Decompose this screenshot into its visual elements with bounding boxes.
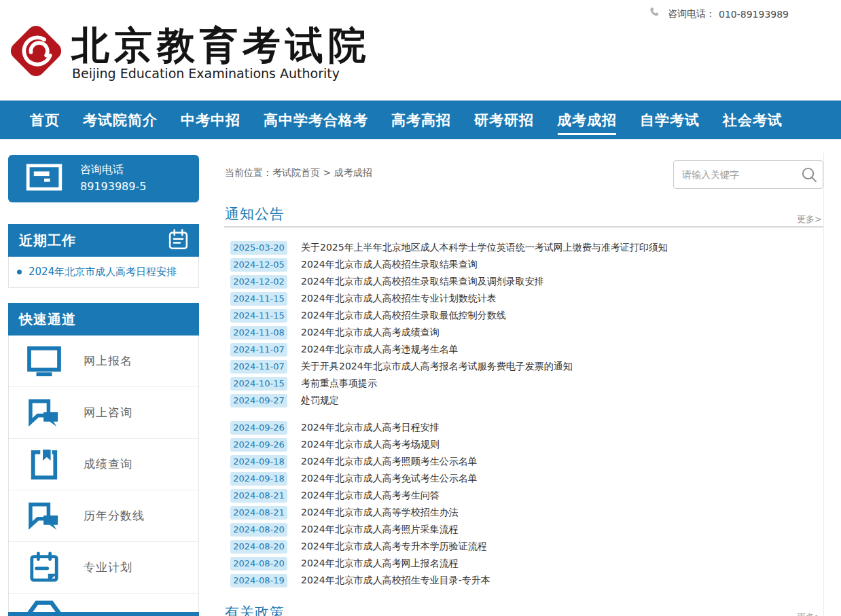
policies-section-title: 有关政策 bbox=[225, 603, 285, 616]
recent-work-item[interactable]: 2024年北京市成人高考日程安排 bbox=[9, 257, 198, 287]
notice-title-link[interactable]: 2024年北京市成人高考网上报名流程 bbox=[301, 558, 459, 570]
chat-icon bbox=[25, 399, 63, 427]
page: 北京教育考试院 Beijing Education Examinations A… bbox=[0, 0, 841, 616]
nav-item[interactable]: 高考高招 bbox=[391, 101, 451, 139]
notice-title-link[interactable]: 处罚规定 bbox=[301, 395, 339, 407]
notice-row: 2024-11-15 2024年北京市成人高校招生专业计划数统计表 bbox=[230, 290, 823, 307]
notice-row: 2024-08-20 2024年北京市成人高考网上报名流程 bbox=[230, 555, 823, 572]
notice-title-link[interactable]: 2024年北京市成人高校招生录取结果查询 bbox=[301, 259, 478, 271]
nav-item-label: 考试院简介 bbox=[83, 111, 158, 130]
notice-date-badge: 2024-08-20 bbox=[230, 523, 287, 537]
bullet-dot-icon bbox=[17, 270, 22, 274]
nav-item[interactable]: 社会考试 bbox=[723, 101, 783, 139]
nav-item[interactable]: 首页 bbox=[30, 101, 60, 139]
notice-title-link[interactable]: 考前重点事项提示 bbox=[301, 378, 377, 390]
notice-title-link[interactable]: 2024年北京市成人高考日程安排 bbox=[301, 422, 440, 434]
notice-row: 2024-12-05 2024年北京市成人高校招生录取结果查询 bbox=[230, 256, 823, 273]
quick-link-item[interactable]: 网上咨询 bbox=[9, 387, 198, 439]
notice-title-link[interactable]: 2024年北京市成人高校招生专业计划数统计表 bbox=[301, 293, 497, 305]
nav-item[interactable]: 中考中招 bbox=[181, 101, 240, 139]
notice-row: 2024-09-18 2024年北京市成人高考免试考生公示名单 bbox=[230, 470, 823, 487]
notice-title-link[interactable]: 关于开具2024年北京市成人高考报名考试服务费电子发票的通知 bbox=[301, 361, 573, 373]
policies-more-link[interactable]: 更多> bbox=[797, 611, 822, 616]
notice-title-link[interactable]: 2024年北京市成人高考考场规则 bbox=[301, 439, 440, 451]
notice-title-link[interactable]: 2024年北京市成人高等学校招生办法 bbox=[301, 507, 459, 519]
notice-title-link[interactable]: 2024年北京市成人高考考生问答 bbox=[301, 490, 440, 502]
quick-link-item[interactable]: 成绩查询 bbox=[9, 439, 198, 490]
notice-group-2: 2024-09-26 2024年北京市成人高考日程安排 2024-09-26 2… bbox=[230, 419, 823, 589]
monitor-icon bbox=[25, 346, 63, 376]
breadcrumb-current: 成考成招 bbox=[334, 167, 372, 178]
nav-item[interactable]: 考试院简介 bbox=[83, 101, 158, 139]
notice-date-badge: 2024-11-08 bbox=[230, 326, 287, 340]
nav-item[interactable]: 成考成招 bbox=[557, 101, 617, 139]
recent-work-title: 近期工作 bbox=[19, 232, 76, 250]
header-phone: 咨询电话：010-89193989 bbox=[649, 7, 789, 21]
notice-title-link[interactable]: 2024年北京市成人高校招生录取结果查询及调剂录取安排 bbox=[301, 276, 544, 288]
notice-date-badge: 2024-08-21 bbox=[230, 489, 287, 503]
search-input[interactable] bbox=[674, 169, 795, 180]
nav-item[interactable]: 自学考试 bbox=[640, 101, 700, 139]
notices-more-link[interactable]: 更多> bbox=[797, 213, 822, 225]
nav-item-label: 自学考试 bbox=[640, 111, 700, 130]
notice-date-badge: 2024-12-02 bbox=[230, 275, 287, 289]
nav-item-label: 研考研招 bbox=[474, 111, 534, 130]
contact-card-icon bbox=[26, 164, 62, 194]
notice-title-link[interactable]: 关于2025年上半年北京地区成人本科学士学位英语统一考试网上缴费与准考证打印须知 bbox=[301, 242, 668, 254]
notice-title-link[interactable]: 2024年北京市成人高考免试考生公示名单 bbox=[301, 473, 478, 485]
notice-date-badge: 2024-09-26 bbox=[230, 421, 287, 435]
notice-row: 2025-03-20 关于2025年上半年北京地区成人本科学士学位英语统一考试网… bbox=[230, 239, 823, 256]
notice-row: 2024-11-15 2024年北京市成人高校招生录取最低控制分数线 bbox=[230, 307, 823, 324]
notice-row: 2024-09-26 2024年北京市成人高考考场规则 bbox=[230, 436, 823, 453]
notice-title-link[interactable]: 2024年北京市成人高考照顾考生公示名单 bbox=[301, 456, 478, 468]
notice-row: 2024-11-07 2024年北京市成人高考违规考生名单 bbox=[230, 341, 823, 358]
search-icon[interactable] bbox=[795, 166, 823, 183]
notice-title-link[interactable]: 2024年北京市成人高考照片采集流程 bbox=[301, 524, 459, 536]
book-icon bbox=[25, 448, 63, 481]
main-content: 当前位置：考试院首页 > 成考成招 通知公告 更多> 2025-03-20 关于… bbox=[224, 153, 824, 616]
notice-date-badge: 2024-08-19 bbox=[230, 574, 287, 587]
phone-number: 010-89193989 bbox=[719, 9, 789, 20]
breadcrumb: 当前位置：考试院首页 > 成考成招 bbox=[225, 167, 372, 179]
quick-link-item[interactable]: 历年分数线 bbox=[9, 490, 198, 542]
notice-row: 2024-09-18 2024年北京市成人高考照顾考生公示名单 bbox=[230, 453, 823, 470]
sidebar: 咨询电话 89193989-5 近期工作 2024年北京市成人高考日程安排 bbox=[8, 155, 199, 616]
notice-row: 2024-09-26 2024年北京市成人高考日程安排 bbox=[230, 419, 823, 436]
quick-link-label: 成绩查询 bbox=[84, 456, 132, 472]
notice-row: 2024-08-21 2024年北京市成人高考考生问答 bbox=[230, 487, 823, 504]
quick-links-list: 网上报名 网上咨询 成绩查询 历年分数线 专业计划 bbox=[8, 336, 199, 616]
nav-item-label: 高中学考合格考 bbox=[264, 111, 368, 130]
breadcrumb-home-link[interactable]: 考试院首页 bbox=[272, 167, 320, 178]
notice-group-1: 2025-03-20 关于2025年上半年北京地区成人本科学士学位英语统一考试网… bbox=[230, 239, 823, 409]
notice-row: 2024-10-15 考前重点事项提示 bbox=[230, 375, 823, 392]
notice-date-badge: 2024-08-20 bbox=[230, 540, 287, 554]
site-title-cn: 北京教育考试院 bbox=[71, 20, 371, 72]
notice-row: 2024-11-08 2024年北京市成人高考成绩查询 bbox=[230, 324, 823, 341]
quick-link-item[interactable]: 专业计划 bbox=[9, 542, 198, 594]
nav-item[interactable]: 高中学考合格考 bbox=[264, 101, 368, 139]
notice-row: 2024-11-07 关于开具2024年北京市成人高考报名考试服务费电子发票的通… bbox=[230, 358, 823, 375]
sidebar-phone-card[interactable]: 咨询电话 89193989-5 bbox=[8, 155, 199, 202]
nav-item[interactable]: 研考研招 bbox=[474, 101, 534, 139]
site-title-en: Beijing Education Examinations Authority bbox=[72, 66, 340, 81]
quick-link-label: 网上咨询 bbox=[84, 405, 132, 420]
notice-title-link[interactable]: 2024年北京市成人高考违规考生名单 bbox=[301, 344, 459, 356]
quick-link-item[interactable]: 网上报名 bbox=[9, 336, 198, 387]
quick-link-label: 历年分数线 bbox=[84, 508, 145, 524]
notice-row: 2024-12-02 2024年北京市成人高校招生录取结果查询及调剂录取安排 bbox=[230, 273, 823, 290]
notice-date-badge: 2024-10-15 bbox=[230, 377, 287, 391]
nav-item-label: 成考成招 bbox=[557, 111, 617, 130]
nav-item-label: 首页 bbox=[30, 111, 60, 130]
notice-row: 2024-08-21 2024年北京市成人高等学校招生办法 bbox=[230, 504, 823, 521]
notice-title-link[interactable]: 2024年北京市成人高校招生专业目录-专升本 bbox=[301, 575, 490, 587]
notice-title-link[interactable]: 2024年北京市成人高考成绩查询 bbox=[301, 327, 440, 339]
nav-item-label: 高考高招 bbox=[391, 111, 451, 130]
chat-icon bbox=[25, 502, 63, 530]
notice-row: 2024-08-20 2024年北京市成人高考照片采集流程 bbox=[230, 521, 823, 538]
quick-links-panel: 快速通道 网上报名 网上咨询 成绩查询 历年分数线 专业计划 bbox=[8, 303, 199, 616]
notice-title-link[interactable]: 2024年北京市成人高考专升本学历验证流程 bbox=[301, 541, 487, 553]
quick-links-header: 快速通道 bbox=[8, 303, 199, 336]
notice-date-badge: 2024-09-18 bbox=[230, 455, 287, 469]
logo-mark-icon bbox=[4, 19, 68, 83]
notice-title-link[interactable]: 2024年北京市成人高校招生录取最低控制分数线 bbox=[301, 310, 506, 322]
